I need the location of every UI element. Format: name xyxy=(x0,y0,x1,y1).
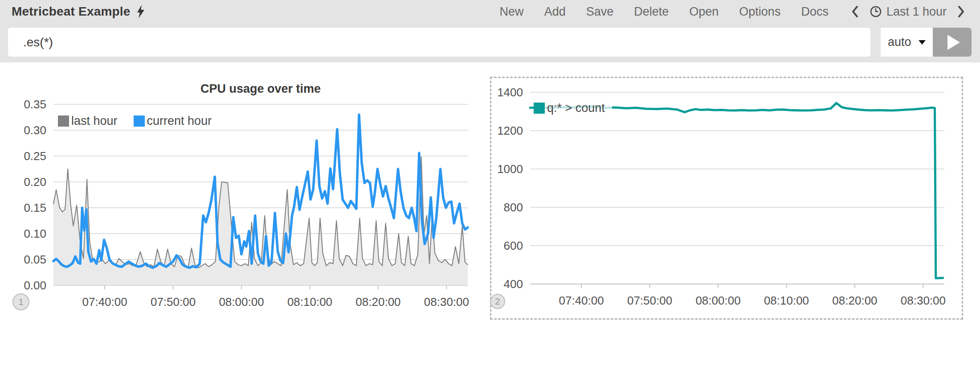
series-area xyxy=(53,157,468,285)
x-axis-label: 08:10:00 xyxy=(287,295,332,309)
menu-item-add[interactable]: Add xyxy=(534,5,576,19)
legend-swatch-icon xyxy=(134,115,145,127)
chevron-right-icon[interactable] xyxy=(953,5,969,18)
play-icon xyxy=(947,35,960,50)
legend-item: q:* > count xyxy=(534,101,605,115)
run-button[interactable] xyxy=(933,28,972,57)
y-axis-label: 0.15 xyxy=(24,201,46,214)
app-title: Metricbeat Example xyxy=(12,4,131,19)
chevron-left-icon[interactable] xyxy=(847,5,863,18)
series-line xyxy=(53,115,468,268)
legend-item: last hour xyxy=(58,114,118,128)
chart-legend: q:* > count xyxy=(534,100,612,116)
chart-legend: last hourcurrent hour xyxy=(58,114,228,128)
legend-swatch-icon xyxy=(534,103,545,114)
y-axis-label: 0.30 xyxy=(24,124,46,137)
toolbar-menu: NewAddSaveDeleteOpenOptionsDocs Last 1 h… xyxy=(490,0,969,23)
x-axis-label: 07:50:00 xyxy=(151,295,196,309)
legend-label: current hour xyxy=(147,114,212,128)
interval-value: auto xyxy=(888,35,911,49)
legend-swatch-icon xyxy=(58,115,69,127)
timepicker-group: Last 1 hour xyxy=(847,5,969,19)
series-line xyxy=(53,157,468,268)
clock-icon xyxy=(870,5,882,18)
legend-item: current hour xyxy=(134,114,212,128)
top-toolbar: Metricbeat Example NewAddSaveDeleteOpenO… xyxy=(0,0,980,62)
y-axis-label: 0.20 xyxy=(24,175,46,189)
timepicker-label: Last 1 hour xyxy=(886,5,947,19)
interval-select[interactable]: auto xyxy=(881,28,933,57)
panel-number-badge: 2 xyxy=(490,294,505,309)
chevron-down-icon xyxy=(919,40,926,45)
legend-label: q:* > count xyxy=(547,101,605,115)
menu-items: NewAddSaveDeleteOpenOptionsDocs xyxy=(490,5,839,19)
x-axis-label: 08:30:00 xyxy=(424,295,469,309)
chart-title: CPU usage over time xyxy=(200,82,321,95)
menu-item-open[interactable]: Open xyxy=(679,5,729,19)
menu-item-delete[interactable]: Delete xyxy=(624,5,679,19)
menu-item-new[interactable]: New xyxy=(490,5,534,19)
panel-number-badge: 1 xyxy=(12,293,29,310)
title-row: Metricbeat Example NewAddSaveDeleteOpenO… xyxy=(0,0,980,23)
y-axis-label: 0.05 xyxy=(24,253,46,266)
y-axis-label: 0.35 xyxy=(24,98,46,111)
x-axis-label: 08:00:00 xyxy=(219,295,264,309)
legend-label: last hour xyxy=(71,114,118,128)
query-input[interactable] xyxy=(8,28,870,57)
x-axis-label: 07:40:00 xyxy=(82,295,127,309)
menu-item-options[interactable]: Options xyxy=(729,5,791,19)
y-axis-label: 0.10 xyxy=(24,227,46,240)
lightning-icon xyxy=(136,5,146,18)
menu-item-docs[interactable]: Docs xyxy=(791,5,839,19)
y-axis-label: 0.00 xyxy=(24,279,46,292)
menu-item-save[interactable]: Save xyxy=(576,5,624,19)
x-axis-label: 08:20:00 xyxy=(355,295,400,309)
timepicker-button[interactable]: Last 1 hour xyxy=(870,5,947,19)
y-axis-label: 0.25 xyxy=(24,149,46,163)
